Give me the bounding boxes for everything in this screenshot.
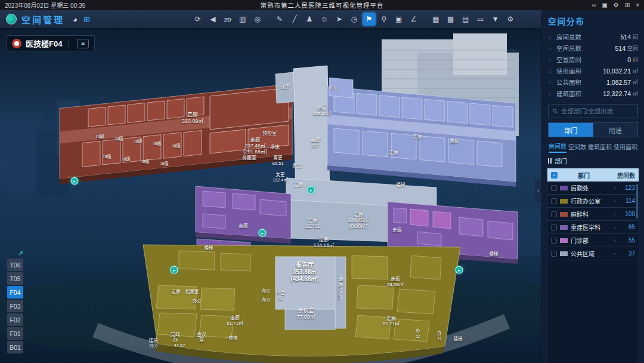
measure-icon[interactable]: ╱ (288, 13, 301, 26)
stat-row: ⌂房间总数514间 (548, 31, 638, 42)
stat-label: 使用面积 (556, 66, 581, 75)
camera-marker[interactable]: ▸ (171, 266, 178, 274)
stat-unit: 空间 (627, 44, 638, 52)
bell-icon[interactable]: ⍾ (592, 2, 596, 9)
building-badge-label: 医技楼F04 (26, 38, 62, 49)
floor-button-f04[interactable]: F04 (7, 286, 23, 299)
table-row[interactable]: 行政办公室›114 (547, 195, 639, 208)
row-checkbox[interactable] (551, 198, 557, 204)
floor-button-f02[interactable]: F02 (7, 313, 23, 326)
stat-value: 1,082.57 (606, 79, 631, 86)
building-icon: ⌂ (548, 91, 556, 97)
chevron-right-icon: › (614, 185, 615, 191)
flag-icon[interactable]: ⚑ (363, 13, 376, 26)
table-row[interactable]: 后勤处›123 (547, 182, 639, 195)
floor-button-f03[interactable]: F03 (7, 300, 23, 312)
grid-add-icon[interactable]: ▩ (444, 13, 457, 26)
camera-marker[interactable]: ▸ (308, 186, 315, 194)
subtab-group: 房间数空间数建筑面积使用面积 (548, 139, 638, 153)
subtab-space-count[interactable]: 空间数 (568, 140, 586, 152)
table-row[interactable]: 重症医学科›85 (547, 221, 639, 234)
roam-icon[interactable]: ➤ (333, 13, 346, 26)
rotate-icon[interactable]: ⟳ (191, 13, 205, 26)
close-icon[interactable]: × (636, 2, 639, 8)
row-checkbox[interactable] (551, 224, 557, 230)
floor-button-b01[interactable]: B01 (7, 341, 23, 353)
toolbar-left: 空间管理 ◕⊞ (6, 13, 90, 26)
edit-icon[interactable]: ▣ (392, 13, 405, 26)
scene-3d-view[interactable]: 走廊320.09㎡III级III级III级III级III级III级III级III… (0, 29, 541, 363)
camera-marker[interactable]: ▸ (71, 177, 79, 185)
stat-label: 空置房间 (556, 55, 581, 64)
floor-button-t06[interactable]: T06 (7, 259, 23, 271)
search-tool-icon[interactable]: ⚲ (377, 13, 391, 26)
tab-group: 部门用途 (548, 122, 638, 137)
screenshot-icon[interactable]: ▣ (602, 2, 607, 8)
stat-unit: ㎡ (633, 78, 638, 86)
table-row[interactable]: 麻醉科›100 (547, 208, 639, 221)
stat-value: 10,032.21 (603, 67, 631, 75)
settings-icon[interactable]: ⚙ (614, 2, 619, 8)
view-2d-icon[interactable]: 2D (221, 13, 234, 26)
toolbar: 空间管理 ◕⊞ ⟳◀2D▥◎✎╱♟☺➤◷⚑⚲▣∠▦▩▤▭▼⚙ (0, 10, 541, 29)
subtab-building-area[interactable]: 建筑面积 (588, 140, 612, 152)
stats-list: ⌂房间总数514间⌂空间总数514空间⌂空置房间0间⌂使用面积10,032.21… (542, 31, 644, 99)
stat-unit: ㎡ (633, 90, 638, 97)
pie-chart-icon[interactable]: ◕ (73, 15, 78, 24)
stat-row: ⌂建筑面积12,322.74㎡ (548, 88, 638, 99)
face-icon[interactable]: ☺ (318, 13, 331, 26)
pen-icon[interactable]: ✎ (273, 13, 286, 26)
dept-color-swatch (560, 251, 568, 256)
tab-usage[interactable]: 用途 (593, 123, 638, 137)
list-icon[interactable]: ▤ (459, 13, 472, 26)
tab-department[interactable]: 部门 (549, 123, 593, 137)
apps-icon[interactable]: ⊞ (625, 2, 630, 8)
table-row[interactable]: 门诊部›55 (547, 234, 639, 247)
angle-icon[interactable]: ∠ (407, 13, 420, 26)
app-name: 空间管理 (21, 13, 64, 26)
grid-icon[interactable]: ▦ (429, 13, 442, 26)
table-row[interactable]: 公共区域›37 (547, 247, 639, 260)
dept-name: 后勤处 (571, 183, 611, 192)
row-checkbox[interactable] (551, 185, 557, 191)
row-checkbox[interactable] (551, 238, 557, 244)
floorplan-3d (0, 29, 541, 363)
room-count: 37 (618, 250, 635, 257)
expand-icon[interactable]: ↗ (7, 249, 23, 257)
floor-button-t05[interactable]: T05 (7, 272, 23, 285)
gear-icon[interactable]: ⚙ (504, 13, 517, 26)
column-department: 部门 (561, 171, 607, 180)
time-icon[interactable]: ◷ (348, 13, 361, 26)
section-title-label: 部门 (555, 156, 567, 165)
dept-name: 重症医学科 (571, 223, 611, 232)
dept-color-swatch (560, 199, 568, 204)
select-all-checkbox[interactable]: ✓ (551, 172, 558, 179)
section-title: 部门 (548, 156, 638, 165)
camera-marker[interactable]: ▸ (456, 266, 463, 274)
search-input[interactable] (561, 107, 633, 115)
badge-menu-icon[interactable]: ≡ (77, 39, 89, 48)
stat-label: 房间总数 (556, 32, 581, 41)
subtab-usable-area[interactable]: 使用面积 (614, 140, 637, 152)
dept-name: 门诊部 (571, 236, 611, 245)
row-checkbox[interactable] (551, 211, 557, 217)
layers-icon[interactable]: ▥ (236, 13, 249, 26)
titlebar: 2023年08月02日 星期三 00:35 常熟市第二人民医院三维可视化管理平台… (0, 0, 644, 10)
filter-icon[interactable]: ▼ (489, 13, 502, 26)
sidebar-collapse-handle[interactable]: › (535, 179, 541, 202)
dept-name: 行政办公室 (571, 196, 611, 205)
select-icon[interactable]: ◀ (206, 13, 219, 26)
badge-divider (69, 39, 69, 48)
building-icon: ⌂ (548, 45, 556, 51)
floor-button-f01[interactable]: F01 (7, 327, 23, 340)
dept-name: 麻醉科 (571, 210, 611, 219)
stat-label: 建筑面积 (556, 89, 581, 98)
person-icon[interactable]: ♟ (303, 13, 316, 26)
row-checkbox[interactable] (551, 251, 557, 257)
subtab-room-count[interactable]: 房间数 (549, 140, 566, 153)
layout-grid-icon[interactable]: ⊞ (83, 15, 90, 24)
note-icon[interactable]: ▭ (474, 13, 487, 26)
table-scrollbar[interactable] (636, 184, 638, 219)
camera-marker[interactable]: ▸ (259, 229, 267, 237)
visibility-icon[interactable]: ◎ (251, 13, 264, 26)
